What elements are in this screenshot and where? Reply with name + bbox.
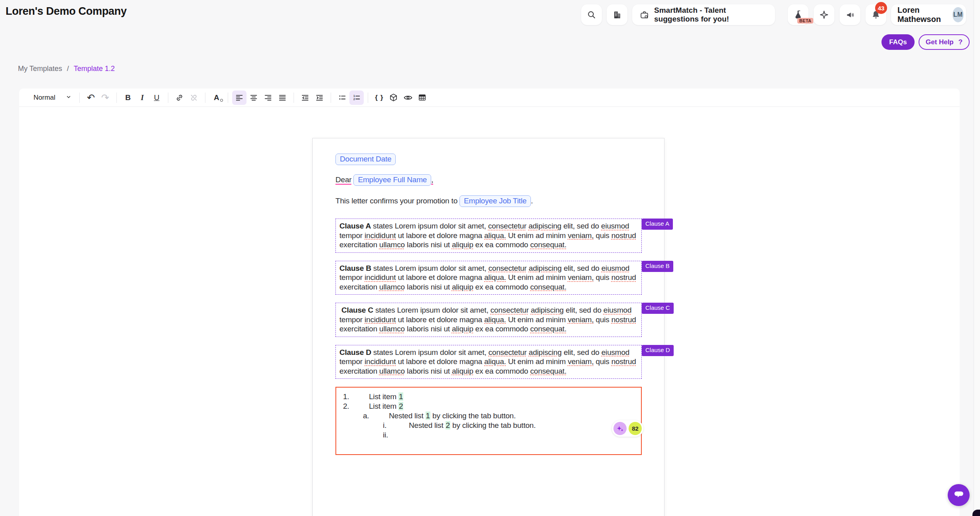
highlighted-number: 2 [398, 402, 403, 410]
bullet-list-button[interactable] [335, 91, 349, 105]
highlighted-number: 2 [446, 421, 450, 429]
job-title-token[interactable]: Employee Job Title [459, 195, 531, 207]
align-center-button[interactable] [246, 91, 261, 105]
clause-tag-c[interactable]: Clause C [642, 303, 674, 314]
chat-bubble-icon [952, 488, 965, 502]
list-block[interactable]: 1.List item 1 2.List item 2 a.Nested lis… [335, 387, 642, 455]
clause-tag-d[interactable]: Clause D [642, 345, 674, 356]
text-color-button[interactable]: A [209, 91, 224, 105]
vertical-scrollbar[interactable] [974, 0, 980, 516]
list-item: 2.List item 2 [343, 402, 641, 411]
list-item: i.Nested list 2 by clicking the tab butt… [383, 421, 641, 430]
italic-button[interactable]: I [135, 91, 150, 105]
svg-text:2: 2 [353, 98, 355, 100]
redo-button[interactable]: ↷ [98, 91, 112, 105]
document-date-token[interactable]: Document Date [335, 154, 396, 165]
notifications-button[interactable]: 43 [866, 4, 886, 25]
align-left-button[interactable] [232, 91, 246, 105]
clause-text: Clause D states Lorem ipsum dolor sit am… [339, 348, 636, 375]
placeholder-button[interactable] [386, 91, 401, 105]
highlighted-number: 1 [426, 412, 430, 420]
redo-icon: ↷ [101, 93, 109, 102]
align-center-icon [249, 93, 258, 102]
paragraph-style-value: Normal [34, 94, 55, 102]
get-help-button[interactable]: Get Help ? [919, 34, 970, 50]
list-item: 1.List item 1 [343, 392, 641, 402]
justify-icon [278, 93, 287, 102]
underline-icon: U [154, 93, 160, 102]
toolbar-divider [294, 93, 294, 103]
outdent-button[interactable] [298, 91, 312, 105]
toolbar-divider [331, 93, 331, 103]
toolbar-divider [228, 93, 228, 103]
clause-block-a[interactable]: Clause A states Lorem ipsum dolor sit am… [335, 219, 642, 253]
editor-toolbar: Normal ↶ ↷ B I U [19, 89, 960, 107]
get-help-label: Get Help [926, 38, 954, 46]
salutation-text: Dear [335, 175, 351, 185]
editor-canvas: Document Date Dear Employee Full Name, T… [19, 107, 960, 516]
user-menu[interactable]: Loren Mathewson LM [891, 4, 966, 25]
labs-button[interactable]: BETA [788, 4, 808, 25]
text-color-icon: A [214, 93, 219, 102]
clause-block-c[interactable]: Clause C states Lorem ipsum dolor sit am… [335, 303, 642, 337]
code-token-button[interactable]: { } [372, 91, 386, 105]
search-button[interactable] [581, 4, 602, 25]
italic-icon: I [141, 93, 144, 102]
document-page[interactable]: Document Date Dear Employee Full Name, T… [312, 138, 665, 516]
avatar: LM [952, 7, 964, 22]
megaphone-icon [845, 10, 855, 20]
bold-button[interactable]: B [121, 91, 135, 105]
employee-name-token[interactable]: Employee Full Name [353, 174, 431, 186]
ordered-list-button[interactable]: 12 [349, 91, 364, 105]
bullet-list-icon [338, 93, 347, 102]
bold-icon: B [125, 93, 131, 102]
faqs-button[interactable]: FAQs [881, 34, 915, 50]
announcements-button[interactable] [840, 4, 860, 25]
clause-text: Clause A states Lorem ipsum dolor sit am… [339, 222, 636, 249]
breadcrumb-my-templates[interactable]: My Templates [18, 65, 62, 73]
building-icon [612, 10, 622, 20]
cube-icon [389, 93, 398, 102]
link-button[interactable] [172, 91, 187, 105]
chat-widget-button[interactable] [948, 484, 970, 506]
indent-button[interactable] [312, 91, 327, 105]
promotion-period: . [531, 197, 533, 205]
list-item: a.Nested list 1 by clicking the tab butt… [363, 411, 641, 421]
indent-icon [315, 93, 324, 102]
document-date-row: Document Date [335, 154, 642, 165]
toolbar-divider [79, 93, 80, 103]
insert-table-button[interactable] [415, 91, 430, 105]
paragraph-style-select[interactable]: Normal [30, 94, 75, 102]
align-left-icon [235, 93, 244, 102]
underline-button[interactable]: U [150, 91, 164, 105]
clause-block-b[interactable]: Clause B states Lorem ipsum dolor sit am… [335, 261, 642, 295]
breadcrumb-current: Template 1.2 [74, 65, 115, 73]
align-right-button[interactable] [261, 91, 275, 105]
toolbar-divider [116, 93, 117, 103]
clause-block-d[interactable]: Clause D states Lorem ipsum dolor sit am… [335, 345, 642, 379]
unlink-button[interactable] [187, 91, 201, 105]
smartmatch-button[interactable]: SmartMatch - Talent suggestions for you! [632, 4, 775, 25]
ai-score-badge[interactable]: 82 [612, 420, 643, 437]
ai-assist-button[interactable] [814, 4, 834, 25]
justify-button[interactable] [275, 91, 290, 105]
breadcrumb: My Templates / Template 1.2 [18, 65, 115, 73]
undo-icon: ↶ [87, 93, 95, 102]
ai-sparkle-icon [613, 422, 627, 435]
unlink-icon [189, 93, 198, 102]
preview-button[interactable] [401, 91, 415, 105]
question-mark-icon: ? [958, 38, 962, 46]
braces-icon: { } [375, 94, 383, 102]
chevron-down-icon [66, 94, 71, 102]
org-button[interactable] [607, 4, 627, 25]
clause-tag-b[interactable]: Clause B [642, 261, 673, 272]
salutation-comma: , [431, 175, 433, 185]
sparkle-icon [819, 10, 829, 20]
clause-tag-a[interactable]: Clause A [642, 219, 673, 230]
toolbar-divider [368, 93, 368, 103]
promotion-text: This letter confirms your promotion to [335, 197, 457, 205]
align-right-icon [264, 93, 272, 102]
clause-text: Clause B states Lorem ipsum dolor sit am… [339, 264, 636, 291]
undo-button[interactable]: ↶ [84, 91, 98, 105]
template-editor: Normal ↶ ↷ B I U [19, 89, 960, 516]
